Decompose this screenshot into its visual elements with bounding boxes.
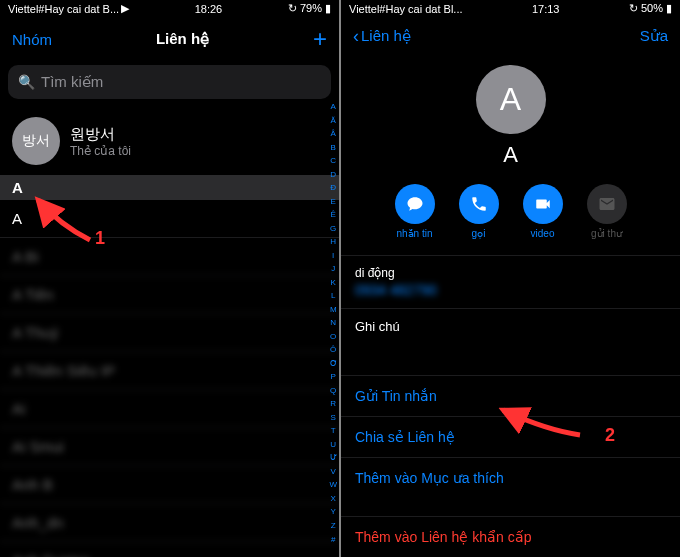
contact-detail-screen: Viettel#Hay cai dat Bl... 17:13 ↻ 50% ▮ … <box>341 0 680 557</box>
time-text: 18:26 <box>195 3 223 15</box>
emergency-contact-link[interactable]: Thêm vào Liên hệ khẩn cấp <box>341 516 680 557</box>
battery-text: ↻ 79% ▮ <box>288 2 331 15</box>
contact-row[interactable]: A Tiên <box>0 276 339 314</box>
status-bar: Viettel#Hay cai dat B... ▶ 18:26 ↻ 79% ▮ <box>0 0 339 17</box>
avatar: 방서 <box>12 117 60 165</box>
annotation-label-2: 2 <box>605 425 615 446</box>
search-input[interactable]: 🔍 Tìm kiếm <box>8 65 331 99</box>
battery-text: ↻ 50% ▮ <box>629 2 672 15</box>
mail-button: gửi thư <box>587 184 627 239</box>
chevron-left-icon: ‹ <box>353 26 359 47</box>
my-card[interactable]: 방서 원방서 Thẻ của tôi <box>0 107 339 175</box>
contact-name: A <box>341 142 680 168</box>
contacts-list-screen: Viettel#Hay cai dat B... ▶ 18:26 ↻ 79% ▮… <box>0 0 339 557</box>
nav-bar: ‹Liên hệ Sửa <box>341 18 680 55</box>
add-contact-button[interactable]: + <box>313 25 327 53</box>
contact-row[interactable]: Anh Dượng <box>0 542 339 557</box>
time-text: 17:13 <box>532 3 560 15</box>
page-title: Liên hệ <box>156 30 209 48</box>
edit-button[interactable]: Sửa <box>640 27 668 45</box>
contact-row[interactable]: Anh B <box>0 466 339 504</box>
phone-field[interactable]: di động 0934 482790 <box>341 255 680 308</box>
action-buttons: nhắn tin gọi video gửi thư <box>341 184 680 255</box>
annotation-arrow-2 <box>495 395 585 445</box>
search-icon: 🔍 <box>18 74 35 90</box>
contact-row[interactable]: Ai <box>0 390 339 428</box>
phone-icon <box>470 195 488 213</box>
contact-row[interactable]: Ai Smui <box>0 428 339 466</box>
carrier-text: Viettel#Hay cai dat B... <box>8 3 119 15</box>
nav-bar: Nhóm Liên hệ + <box>0 17 339 61</box>
back-button[interactable]: ‹Liên hệ <box>353 26 411 47</box>
wifi-icon: ▶ <box>121 2 129 15</box>
my-name: 원방서 <box>70 125 131 144</box>
carrier-text: Viettel#Hay cai dat Bl... <box>349 3 463 15</box>
my-card-label: Thẻ của tôi <box>70 144 131 158</box>
groups-button[interactable]: Nhóm <box>12 31 52 48</box>
contact-avatar: A <box>476 65 546 134</box>
alphabet-index[interactable]: AĂÂBCDĐEÊGHIJKLMNOÔƠPQRSTUƯVWXYZ# <box>329 100 337 547</box>
contact-row[interactable]: A Thiên Siêu IP <box>0 352 339 390</box>
contact-row[interactable]: A Thuý <box>0 314 339 352</box>
video-icon <box>534 195 552 213</box>
annotation-arrow-1 <box>30 195 100 245</box>
notes-field[interactable]: Ghi chú <box>341 308 680 358</box>
video-button[interactable]: video <box>523 184 563 239</box>
contact-row[interactable]: Anh_dn <box>0 504 339 542</box>
message-icon <box>406 195 424 213</box>
search-placeholder: Tìm kiếm <box>41 73 103 91</box>
mail-icon <box>598 195 616 213</box>
add-favorite-link[interactable]: Thêm vào Mục ưa thích <box>341 457 680 498</box>
status-bar: Viettel#Hay cai dat Bl... 17:13 ↻ 50% ▮ <box>341 0 680 18</box>
call-button[interactable]: gọi <box>459 184 499 239</box>
message-button[interactable]: nhắn tin <box>395 184 435 239</box>
